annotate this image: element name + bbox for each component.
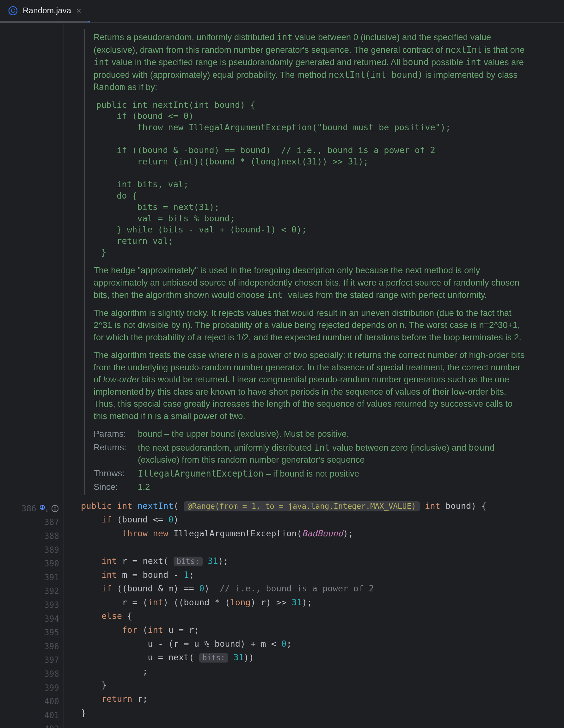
line-number: 393: [36, 600, 59, 610]
code-line[interactable]: ;: [67, 664, 564, 678]
line-number: 395: [36, 628, 59, 637]
inlay-hint[interactable]: bits:: [199, 653, 228, 663]
line-number: 402: [36, 724, 59, 728]
javadoc-throws: Throws: IllegalArgumentException – if bo…: [94, 467, 526, 480]
line-number: 399: [36, 683, 59, 693]
range-annotation: @Range(from = 1, to = java.lang.Integer.…: [184, 501, 419, 511]
javadoc-params: Params: bound – the upper bound (exclusi…: [94, 428, 526, 440]
line-number: 397: [36, 655, 59, 665]
editor-area: 386 I O 387 388 389 390 391 392 393 394 …: [0, 23, 564, 728]
code-line[interactable]: if ((bound & m) == 0) // i.e., bound is …: [67, 582, 564, 595]
code-line[interactable]: u = next( bits: 31)): [67, 651, 564, 664]
javadoc-since: Since: 1.2: [94, 481, 526, 493]
javadoc-para: The hedge "approximately" is used in the…: [94, 264, 526, 301]
override-up-icon[interactable]: O: [51, 504, 59, 513]
line-number: 401: [36, 711, 59, 720]
javadoc-para: The algorithm treats the case where n is…: [94, 349, 526, 422]
javadoc-block: Returns a pseudorandom, uniformly distri…: [84, 29, 564, 495]
code-line[interactable]: [67, 540, 564, 554]
code-line[interactable]: }: [67, 678, 564, 692]
svg-text:C: C: [11, 8, 15, 14]
javadoc-para: The algorithm is slightly tricky. It rej…: [94, 307, 526, 344]
line-number: 391: [36, 573, 59, 582]
editor-tabbar: C Random.java ×: [0, 0, 564, 23]
code-line[interactable]: u - (r = u % bound) + m < 0;: [67, 637, 564, 651]
code-line[interactable]: int m = bound - 1;: [67, 568, 564, 582]
java-class-icon: C: [8, 6, 18, 15]
code-line[interactable]: return r;: [67, 692, 564, 706]
tab-random-java[interactable]: C Random.java ×: [0, 0, 90, 22]
code-line[interactable]: int r = next( bits: 31);: [67, 554, 564, 568]
line-number: 386: [14, 504, 36, 513]
inlay-hint[interactable]: bits:: [174, 557, 203, 566]
close-icon[interactable]: ×: [76, 6, 81, 15]
editor-content[interactable]: Returns a pseudorandom, uniformly distri…: [64, 23, 564, 728]
javadoc-returns: Returns: the next pseudorandom, uniforml…: [94, 441, 526, 466]
java-code[interactable]: public int nextInt( @Range(from = 1, to …: [67, 499, 564, 720]
code-line[interactable]: }: [67, 706, 564, 720]
line-number: 396: [36, 642, 59, 651]
javadoc-summary: Returns a pseudorandom, uniformly distri…: [94, 31, 526, 94]
svg-text:I: I: [46, 508, 48, 513]
code-line[interactable]: throw new IllegalArgumentException(BadBo…: [67, 527, 564, 540]
badbound-field: BadBound: [302, 528, 343, 538]
code-line[interactable]: r = (int) ((bound * (long) r) >> 31);: [67, 595, 564, 609]
line-number: 387: [36, 517, 59, 527]
line-number: 400: [36, 697, 59, 706]
override-down-icon[interactable]: I: [40, 504, 48, 513]
code-line[interactable]: if (bound <= 0): [67, 513, 564, 527]
line-number: 394: [36, 614, 59, 624]
line-number: 389: [36, 545, 59, 555]
code-line[interactable]: else {: [67, 609, 564, 623]
line-number: 390: [36, 559, 59, 568]
tab-filename: Random.java: [23, 6, 71, 15]
code-line[interactable]: for (int u = r;: [67, 623, 564, 637]
javadoc-code-sample: public int nextInt(int bound) { if (boun…: [96, 99, 526, 258]
gutter: 386 I O 387 388 389 390 391 392 393 394 …: [0, 23, 64, 728]
line-number: 398: [36, 669, 59, 679]
code-line[interactable]: public int nextInt( @Range(from = 1, to …: [67, 499, 564, 513]
svg-text:O: O: [53, 506, 56, 512]
line-number: 388: [36, 531, 59, 541]
line-number: 392: [36, 586, 59, 596]
